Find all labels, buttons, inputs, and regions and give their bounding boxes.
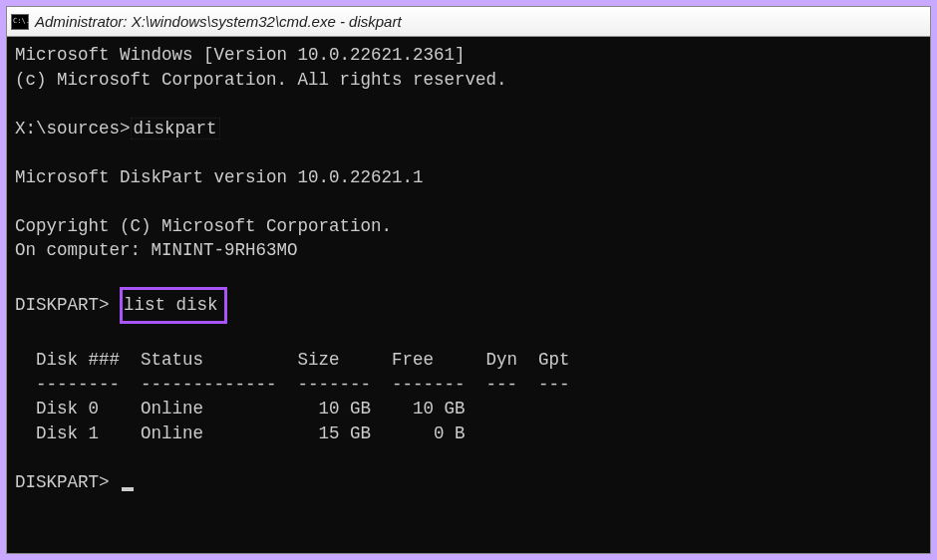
cursor-icon <box>122 487 134 491</box>
diskpart-command: diskpart <box>131 118 220 140</box>
window-title: Administrator: X:\windows\system32\cmd.e… <box>35 13 402 30</box>
os-copyright-line: (c) Microsoft Corporation. All rights re… <box>15 68 922 93</box>
diskpart-prompt-cursor: DISKPART> <box>15 472 110 492</box>
diskpart-computer: On computer: MININT-9RH63MO <box>15 238 922 263</box>
terminal-output[interactable]: Microsoft Windows [Version 10.0.22621.23… <box>7 37 930 553</box>
diskpart-copyright: Copyright (C) Microsoft Corporation. <box>15 214 922 239</box>
cmd-icon: C:\. <box>11 14 29 30</box>
blank-line <box>15 189 922 214</box>
diskpart-prompt: DISKPART> <box>15 295 110 315</box>
blank-line <box>15 324 922 349</box>
blank-line <box>15 263 922 288</box>
disk-table-header: Disk ### Status Size Free Dyn Gpt <box>15 348 922 373</box>
os-version-line: Microsoft Windows [Version 10.0.22621.23… <box>15 43 922 68</box>
blank-line <box>15 140 922 165</box>
disk-table-divider: -------- ------------- ------- ------- -… <box>15 373 922 398</box>
prompt-line-1: X:\sources>diskpart <box>15 117 922 141</box>
blank-line <box>15 92 922 117</box>
prompt-line-3: DISKPART> <box>15 470 922 495</box>
prompt-line-2: DISKPART> list disk <box>15 287 922 324</box>
title-bar[interactable]: C:\. Administrator: X:\windows\system32\… <box>7 7 930 37</box>
disk-row-1: Disk 1 Online 15 GB 0 B <box>15 421 922 446</box>
list-disk-command: list disk <box>120 287 227 324</box>
blank-line <box>15 445 922 470</box>
cmd-window: C:\. Administrator: X:\windows\system32\… <box>6 6 931 554</box>
disk-row-0: Disk 0 Online 10 GB 10 GB <box>15 397 922 421</box>
diskpart-version: Microsoft DiskPart version 10.0.22621.1 <box>15 165 922 190</box>
cmd-icon-label: C:\. <box>13 18 30 25</box>
prompt-path: X:\sources> <box>15 119 131 139</box>
